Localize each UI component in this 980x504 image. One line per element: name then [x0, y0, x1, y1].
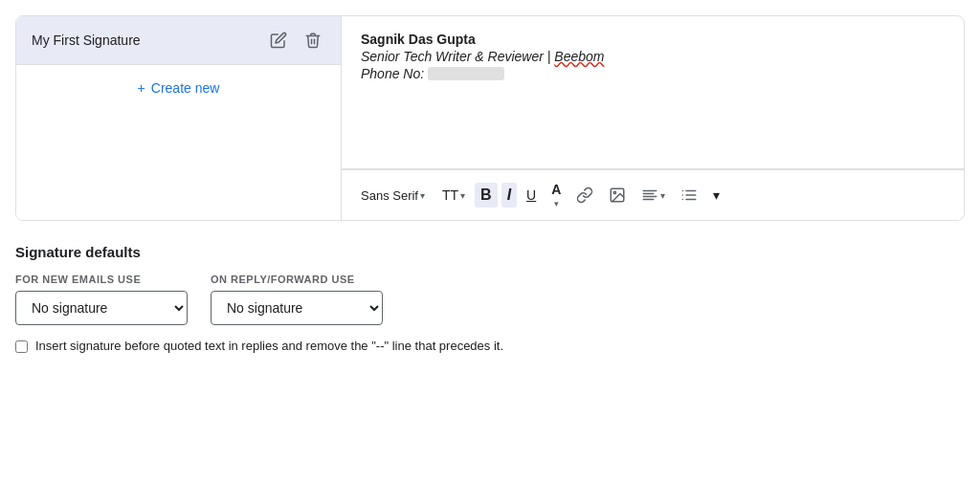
- insert-signature-checkbox[interactable]: [15, 340, 28, 353]
- signature-company: Beebom: [554, 49, 604, 64]
- signature-manager-panel: My First Signature: [15, 15, 965, 221]
- new-emails-field: FOR NEW EMAILS USE No signature My First…: [15, 274, 188, 325]
- list-icon: [680, 186, 698, 204]
- italic-button[interactable]: I: [501, 183, 517, 208]
- signature-defaults-section: Signature defaults FOR NEW EMAILS USE No…: [15, 244, 965, 353]
- text-size-arrow: ▾: [460, 190, 465, 201]
- text-color-arrow: ▾: [554, 199, 559, 208]
- editor-toolbar: Sans Serif ▾ TT ▾ B I U A ▾: [342, 169, 964, 220]
- text-color-button[interactable]: A ▾: [546, 178, 567, 212]
- link-icon: [576, 186, 593, 204]
- svg-point-1: [614, 191, 616, 193]
- text-size-dropdown[interactable]: TT ▾: [436, 184, 471, 207]
- insert-image-button[interactable]: [603, 183, 632, 208]
- new-emails-select[interactable]: No signature My First Signature: [15, 291, 188, 325]
- defaults-row: FOR NEW EMAILS USE No signature My First…: [15, 274, 965, 325]
- edit-signature-button[interactable]: [266, 30, 291, 51]
- signature-title-line: Senior Tech Writer & Reviewer | Beebom: [361, 49, 945, 64]
- trash-icon: [304, 32, 322, 49]
- signature-phone-value: [428, 67, 504, 80]
- text-align-dropdown[interactable]: ▾: [635, 183, 671, 208]
- font-family-label: Sans Serif: [361, 188, 418, 203]
- underline-button[interactable]: U: [521, 184, 542, 207]
- signature-phone-line: Phone No:: [361, 66, 945, 81]
- create-new-button[interactable]: + Create new: [16, 65, 341, 111]
- list-button[interactable]: [675, 183, 703, 208]
- underline-icon: U: [526, 187, 536, 203]
- align-arrow: ▾: [660, 190, 665, 201]
- bold-button[interactable]: B: [475, 183, 498, 208]
- font-family-dropdown[interactable]: Sans Serif ▾: [353, 185, 433, 207]
- signature-phone-label: Phone No:: [361, 66, 424, 81]
- reply-forward-select[interactable]: No signature My First Signature: [211, 291, 383, 325]
- text-size-label: TT: [442, 187, 458, 203]
- signature-editor-panel: Sagnik Das Gupta Senior Tech Writer & Re…: [342, 16, 964, 220]
- create-new-plus: +: [138, 80, 145, 96]
- signature-list-item[interactable]: My First Signature: [16, 16, 341, 65]
- signature-content-area[interactable]: Sagnik Das Gupta Senior Tech Writer & Re…: [342, 16, 964, 169]
- reply-forward-field: ON REPLY/FORWARD USE No signature My Fir…: [211, 274, 383, 325]
- signatures-list-panel: My First Signature: [16, 16, 342, 220]
- signature-item-actions: [266, 30, 325, 51]
- signature-defaults-title: Signature defaults: [15, 244, 965, 260]
- insert-link-button[interactable]: [570, 183, 599, 208]
- reply-forward-label: ON REPLY/FORWARD USE: [211, 274, 383, 285]
- italic-icon: I: [507, 186, 511, 204]
- text-color-icon: A: [551, 182, 561, 197]
- create-new-label: Create new: [151, 80, 220, 96]
- signature-title-text: Senior Tech Writer & Reviewer |: [361, 49, 554, 64]
- insert-signature-row: Insert signature before quoted text in r…: [15, 339, 965, 353]
- delete-signature-button[interactable]: [301, 30, 325, 51]
- image-icon: [609, 186, 626, 204]
- align-icon: [641, 186, 658, 204]
- more-options-icon: ▾: [713, 187, 720, 203]
- new-emails-label: FOR NEW EMAILS USE: [15, 274, 188, 285]
- bold-icon: B: [480, 186, 492, 204]
- signature-item-name: My First Signature: [32, 33, 266, 48]
- more-options-button[interactable]: ▾: [707, 184, 725, 207]
- signature-author-name: Sagnik Das Gupta: [361, 32, 945, 47]
- font-family-arrow: ▾: [420, 190, 425, 201]
- insert-signature-label: Insert signature before quoted text in r…: [35, 339, 503, 353]
- pencil-icon: [270, 32, 287, 49]
